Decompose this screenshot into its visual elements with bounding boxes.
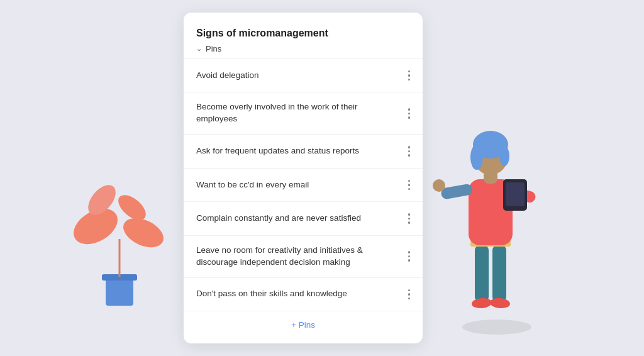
dots-menu-icon[interactable] [406,143,413,159]
add-pins-label: + Pins [291,320,315,330]
list-item-text: Don't pass on their skills and knowledge [196,288,406,300]
chevron-down-icon: ⌄ [196,45,202,53]
list-item[interactable]: Don't pass on their skills and knowledge [184,277,423,311]
svg-point-20 [473,137,508,175]
pins-header-label: Pins [206,44,221,53]
dots-menu-icon[interactable] [406,211,413,226]
card: Signs of micromanagement ⌄ Pins Avoid de… [184,13,423,343]
svg-point-15 [433,179,445,192]
svg-rect-18 [506,182,525,206]
dots-menu-icon[interactable] [406,287,413,303]
list-item-text: Leave no room for creativity and initiat… [196,245,406,269]
svg-point-22 [470,145,483,170]
dots-menu-icon[interactable] [406,68,413,84]
list-item[interactable]: Complain constantly and are never satisf… [184,201,423,235]
svg-rect-1 [102,274,137,281]
list-item-text: Become overly involved in the work of th… [196,101,406,125]
svg-rect-9 [492,245,506,302]
svg-rect-0 [106,277,133,306]
svg-point-10 [471,298,492,309]
svg-point-5 [83,180,121,220]
svg-point-11 [489,298,510,309]
dots-menu-icon[interactable] [406,248,413,264]
svg-rect-14 [440,183,473,199]
list-item-text: Ask for frequent updates and status repo… [196,145,406,157]
card-title: Signs of micromanagement [184,28,423,44]
svg-point-21 [473,131,508,159]
list-item[interactable]: Become overly involved in the work of th… [184,92,423,134]
scene: Signs of micromanagement ⌄ Pins Avoid de… [0,0,644,356]
svg-point-4 [119,213,169,253]
svg-rect-16 [506,186,536,204]
svg-rect-13 [469,179,513,245]
svg-point-6 [114,191,150,225]
add-pins-button[interactable]: + Pins [184,311,423,338]
list-item[interactable]: Ask for frequent updates and status repo… [184,134,423,168]
list-item-text: Complain constantly and are never satisf… [196,213,406,225]
svg-rect-8 [475,245,489,302]
list-item-text: Avoid delegation [196,70,406,82]
svg-rect-12 [470,240,511,247]
list-item[interactable]: Avoid delegation [184,58,423,92]
svg-point-3 [67,201,124,252]
dots-menu-icon[interactable] [406,177,413,193]
list-item[interactable]: Want to be cc'd in every email [184,168,423,202]
svg-rect-19 [484,170,497,184]
list-item[interactable]: Leave no room for creativity and initiat… [184,235,423,277]
list-item-text: Want to be cc'd in every email [196,179,406,191]
dots-menu-icon[interactable] [406,106,413,121]
svg-point-7 [462,320,531,335]
svg-point-23 [499,146,509,166]
pins-header[interactable]: ⌄ Pins [184,44,423,58]
items-list: Avoid delegationBecome overly involved i… [184,58,423,311]
svg-rect-17 [503,179,527,211]
